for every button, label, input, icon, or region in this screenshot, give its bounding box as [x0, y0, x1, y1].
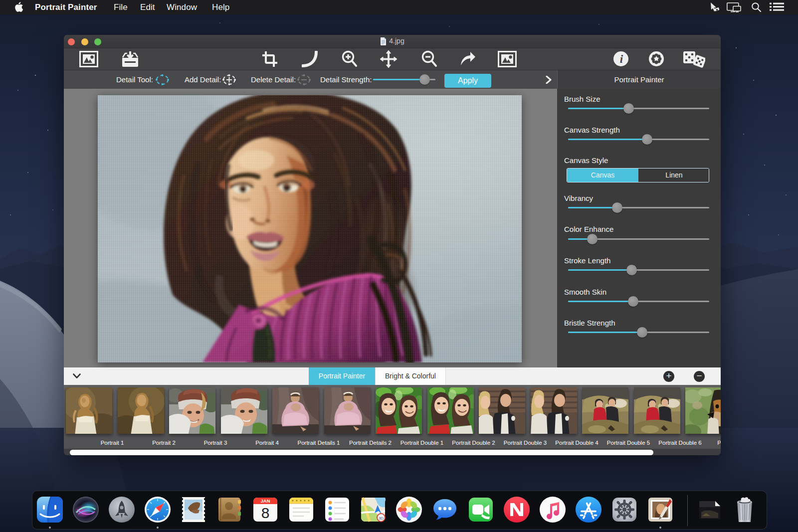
svg-text:3D: 3D	[379, 516, 384, 521]
svg-text:JAN: JAN	[260, 498, 270, 504]
svg-text:8: 8	[261, 505, 270, 521]
svg-text:i: i	[620, 53, 623, 65]
